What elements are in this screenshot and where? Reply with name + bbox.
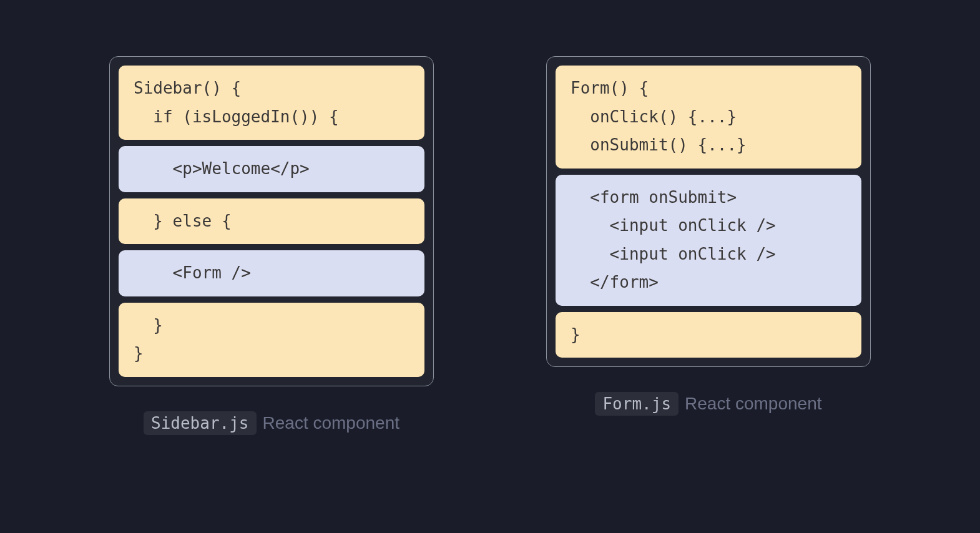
form-caption: Form.js React component [595,392,821,416]
sidebar-caption: Sidebar.js React component [144,411,399,435]
sidebar-code-panel: Sidebar() { if (isLoggedIn()) { <p>Welco… [109,56,434,386]
sidebar-filename: Sidebar.js [144,411,257,435]
sidebar-caption-suffix: React component [263,413,399,433]
form-code-panel: Form() { onClick() {...} onSubmit() {...… [546,56,871,367]
sidebar-component-diagram: Sidebar() { if (isLoggedIn()) { <p>Welco… [109,56,434,435]
form-caption-suffix: React component [685,394,821,414]
form-code-block-purple: <form onSubmit> <input onClick /> <input… [556,175,861,306]
form-filename: Form.js [595,392,679,416]
form-component-diagram: Form() { onClick() {...} onSubmit() {...… [546,56,871,416]
sidebar-code-block-purple: <Form /> [119,250,424,296]
sidebar-code-block-purple: <p>Welcome</p> [119,146,424,192]
sidebar-code-block-yellow: } } [119,303,424,377]
form-code-block-yellow: Form() { onClick() {...} onSubmit() {...… [556,66,861,169]
sidebar-code-block-yellow: Sidebar() { if (isLoggedIn()) { [119,66,424,140]
sidebar-code-block-yellow: } else { [119,198,424,245]
form-code-block-yellow: } [556,312,861,358]
